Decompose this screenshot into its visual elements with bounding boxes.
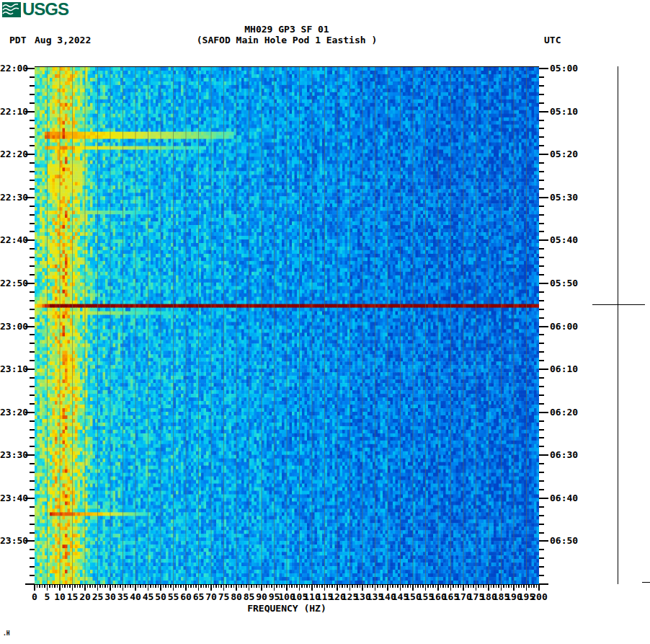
freq-tick [271,584,272,588]
time-tick [539,515,544,516]
time-tick [30,566,35,568]
freq-tick [92,584,94,588]
freq-tick [67,584,68,588]
freq-tick [195,584,197,588]
freq-tick [203,584,205,588]
freq-tick [140,584,141,588]
time-tick [30,145,35,146]
time-tick [30,360,35,361]
time-tick [539,480,544,482]
freq-tick [198,584,200,591]
time-tick [30,231,35,232]
time-tick-label-right: 05:20 [550,149,578,159]
time-tick [30,351,35,353]
time-tick-label-left: 23:40 [0,493,28,503]
time-tick [30,463,35,464]
bottom-right-dash [642,582,650,583]
freq-tick [365,584,366,588]
freq-tick [135,584,136,591]
time-tick [539,239,548,241]
time-tick [30,472,35,473]
freq-tick [57,584,58,588]
date-label: Aug 3,2022 [35,35,91,45]
time-tick [539,85,544,87]
freq-tick [372,584,373,588]
freq-tick [133,584,134,588]
freq-tick [357,584,358,588]
time-tick [539,394,544,396]
freq-tick [89,584,91,588]
time-tick [30,506,35,508]
time-tick-label-right: 06:40 [550,493,578,503]
time-tick [30,248,35,250]
freq-tick [402,584,404,588]
time-tick [539,231,544,232]
time-tick [539,94,544,95]
freq-tick [150,584,151,588]
freq-tick [518,584,520,588]
freq-tick [531,584,533,588]
freq-tick [385,584,386,588]
time-tick-label-right: 06:10 [550,364,578,374]
corner-mark: .H [3,630,10,637]
time-tick-label-left: 22:00 [0,63,28,73]
freq-tick [526,584,527,591]
freq-tick [94,584,96,588]
freq-tick [430,584,432,588]
time-tick [539,549,544,550]
time-tick [539,566,544,568]
freq-tick [466,584,467,588]
time-tick [539,369,548,370]
freq-tick [493,584,494,588]
freq-tick [190,584,192,588]
time-tick [30,257,35,258]
time-tick [539,265,544,267]
time-tick-label-left: 22:10 [0,107,28,116]
time-tick [30,180,35,181]
time-tick [539,162,544,164]
freq-tick [344,584,346,588]
freq-tick [148,584,149,591]
freq-tick [47,584,48,591]
time-tick-label-left: 23:20 [0,407,28,417]
freq-tick [476,584,477,591]
timezone-left-label: PDT [9,35,26,45]
time-tick [30,317,35,319]
time-tick [30,343,35,344]
freq-tick [350,584,351,591]
freq-tick [276,584,277,588]
freq-tick [367,584,368,588]
freq-tick [77,584,79,588]
time-tick [30,171,35,172]
freq-tick [458,584,459,588]
freq-tick [422,584,424,588]
time-tick [539,334,544,335]
time-tick [539,532,544,534]
time-tick-label-left: 22:40 [0,235,28,244]
time-tick [539,472,544,473]
freq-tick [44,584,45,588]
time-tick [539,524,544,525]
time-tick [30,420,35,422]
freq-tick [178,584,179,588]
time-tick [30,403,35,405]
freq-tick [125,584,126,588]
freq-tick [185,584,187,591]
freq-tick [377,584,378,588]
time-tick [30,446,35,447]
freq-tick [62,584,63,588]
freq-tick [153,584,154,588]
plot-top-border [35,66,539,67]
freq-tick [269,584,270,588]
freq-tick [99,584,101,588]
time-tick [539,351,544,353]
freq-tick [221,584,222,588]
time-tick [30,532,35,534]
crosshair-vertical-line [618,66,618,584]
freq-tick [432,584,434,588]
freq-tick [168,584,169,588]
freq-tick [289,584,290,588]
time-tick [539,446,544,447]
timezone-right-label: UTC [544,35,561,45]
freq-tick [259,584,260,588]
